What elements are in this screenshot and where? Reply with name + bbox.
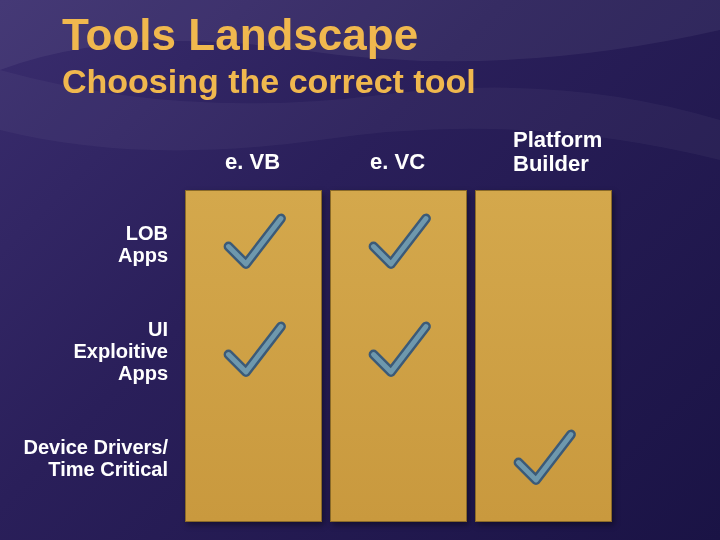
check-icon	[508, 424, 578, 494]
slide-title: Tools Landscape	[62, 10, 418, 60]
col-header-evc: e. VC	[370, 150, 425, 174]
slide: Tools Landscape Choosing the correct too…	[0, 0, 720, 540]
row-label-ui-exploitive: UI Exploitive Apps	[58, 318, 168, 384]
row-label-device-drivers: Device Drivers/ Time Critical	[0, 436, 168, 480]
check-icon	[218, 208, 288, 278]
check-icon	[363, 316, 433, 386]
check-icon	[218, 316, 288, 386]
col-header-platform-builder: Platform Builder	[513, 128, 602, 176]
slide-subtitle: Choosing the correct tool	[62, 62, 476, 101]
check-icon	[363, 208, 433, 278]
col-header-evb: e. VB	[225, 150, 280, 174]
row-label-lob-apps: LOB Apps	[58, 222, 168, 266]
